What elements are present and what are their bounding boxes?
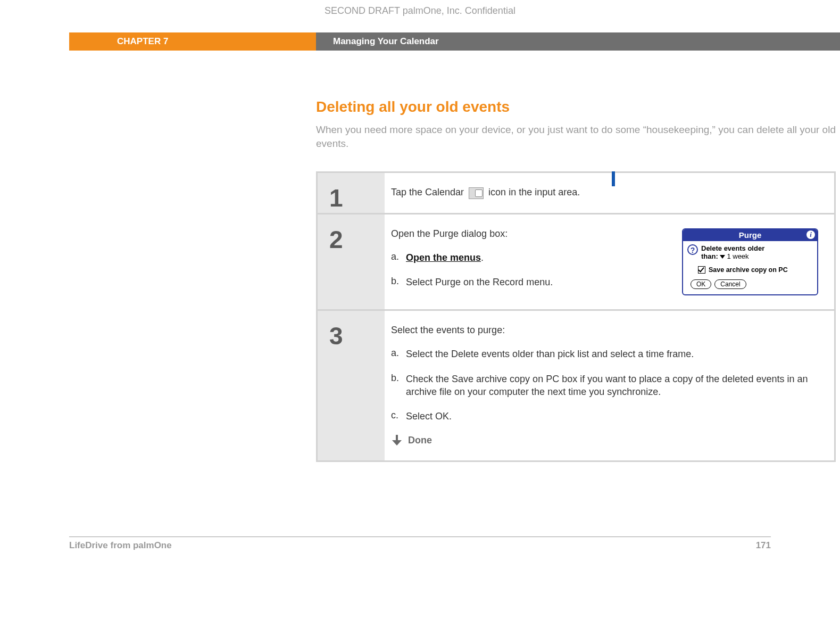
section-intro: When you need more space on your device,… — [316, 123, 836, 150]
sub-suffix: . — [481, 252, 484, 263]
steps-list: 1 Tap the Calendar icon in the input are… — [316, 171, 836, 461]
calendar-icon — [469, 187, 484, 199]
sub-text: Open the menus. — [406, 251, 669, 264]
step-text-post: icon in the input area. — [488, 187, 580, 197]
sub-text: Select the Delete events older than pick… — [406, 348, 818, 360]
step-number: 2 — [318, 214, 385, 309]
done-label: Done — [408, 435, 432, 447]
ok-button[interactable]: OK — [691, 279, 711, 289]
sub-letter: b. — [391, 373, 406, 399]
picklist-value: 1 week — [727, 252, 748, 260]
picklist[interactable]: 1 week — [720, 252, 748, 260]
footer-page-number: 171 — [756, 540, 771, 551]
sub-text: Check the Save archive copy on PC box if… — [406, 373, 818, 399]
step-body: Select the events to purge: a. Select th… — [385, 311, 834, 460]
sub-text: Select Purge on the Record menu. — [406, 276, 669, 288]
step-3: 3 Select the events to purge: a. Select … — [318, 311, 834, 460]
down-arrow-icon — [391, 435, 403, 447]
dropdown-icon — [720, 255, 725, 259]
info-icon[interactable]: i — [806, 230, 815, 239]
draft-watermark: SECOND DRAFT palmOne, Inc. Confidential — [0, 0, 840, 32]
step-2: 2 Open the Purge dialog box: a. Open the… — [318, 214, 834, 309]
footer-product: LifeDrive from palmOne — [69, 540, 172, 551]
archive-checkbox-row[interactable]: Save archive copy on PC — [698, 266, 813, 274]
step-body: Tap the Calendar icon in the input area. — [385, 173, 834, 212]
page-footer: LifeDrive from palmOne 171 — [69, 537, 771, 551]
dialog-line1: Delete events older — [701, 244, 764, 253]
sub-letter: c. — [391, 410, 406, 423]
question-icon: ? — [687, 244, 698, 255]
step-text-pre: Tap the Calendar — [391, 187, 467, 197]
open-menus-link[interactable]: Open the menus — [406, 252, 481, 263]
step-number: 3 — [318, 311, 385, 460]
done-indicator: Done — [391, 435, 818, 447]
chapter-title: Managing Your Calendar — [316, 32, 840, 51]
cancel-button[interactable]: Cancel — [714, 279, 746, 289]
step-body: Open the Purge dialog box: a. Open the m… — [385, 214, 834, 309]
checkbox-label: Save archive copy on PC — [709, 266, 788, 274]
sub-text: Select OK. — [406, 410, 818, 423]
step-number: 1 — [318, 173, 385, 212]
dialog-title: Purge i — [683, 229, 817, 241]
chapter-label: CHAPTER 7 — [69, 32, 316, 51]
banner-spacer — [0, 32, 69, 51]
dialog-line2-label: than: — [701, 252, 718, 260]
step-lead: Select the events to purge: — [391, 325, 818, 336]
chapter-banner: CHAPTER 7 Managing Your Calendar — [0, 32, 840, 51]
change-bar-icon — [612, 171, 615, 186]
sub-letter: b. — [391, 276, 406, 288]
dialog-title-text: Purge — [739, 230, 762, 240]
checkbox-checked-icon — [698, 266, 705, 274]
sub-letter: a. — [391, 251, 406, 264]
step-1: 1 Tap the Calendar icon in the input are… — [318, 173, 834, 212]
section-heading: Deleting all your old events — [316, 98, 836, 116]
purge-dialog: Purge i ? Delete events older than: — [682, 228, 818, 295]
step-lead: Open the Purge dialog box: — [391, 228, 669, 240]
sub-letter: a. — [391, 348, 406, 360]
